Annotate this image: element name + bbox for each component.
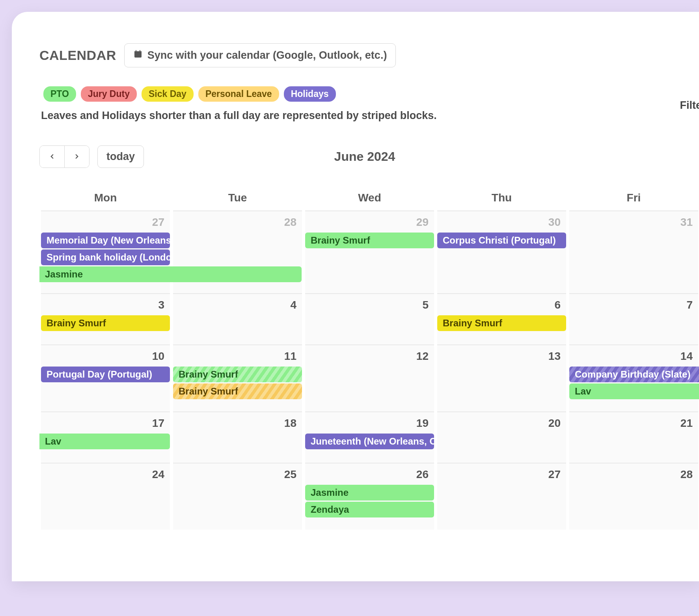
day-number: 3	[41, 297, 170, 314]
svg-rect-3	[140, 50, 140, 52]
svg-rect-2	[136, 50, 136, 52]
day-cell[interactable]: 13	[437, 344, 566, 411]
legend-note: Leaves and Holidays shorter than a full …	[39, 110, 699, 122]
day-header: Tue	[171, 188, 304, 210]
day-number: 30	[437, 214, 566, 231]
day-number: 4	[173, 297, 302, 314]
day-number: 19	[305, 415, 434, 432]
day-number: 13	[437, 348, 566, 365]
today-button[interactable]: today	[97, 145, 144, 168]
day-header: Wed	[304, 188, 436, 210]
event-personal-partial[interactable]: Brainy Smurf	[173, 383, 302, 399]
event-sick[interactable]: Brainy Smurf	[437, 315, 566, 331]
prev-month-button[interactable]	[40, 146, 65, 167]
day-number: 27	[41, 214, 170, 231]
day-cell[interactable]: 31	[569, 210, 698, 293]
event-holiday[interactable]: Spring bank holiday (London)	[41, 249, 170, 265]
day-number: 24	[41, 467, 170, 483]
event-pto[interactable]: Lav	[569, 383, 699, 399]
day-number: 27	[437, 467, 566, 483]
day-number: 28	[173, 214, 302, 231]
day-number: 17	[41, 415, 170, 432]
nav-group	[39, 145, 89, 168]
day-number: 18	[173, 415, 302, 432]
filter-label[interactable]: Filte	[680, 99, 699, 112]
day-cell[interactable]: 4	[173, 293, 302, 344]
event-holiday[interactable]: Portugal Day (Portugal)	[41, 367, 170, 382]
day-number: 20	[437, 415, 566, 432]
day-number: 12	[305, 348, 434, 365]
day-cell[interactable]: 20	[437, 411, 566, 463]
day-cell[interactable]: 5	[305, 293, 434, 344]
event-sick[interactable]: Brainy Smurf	[41, 315, 170, 331]
day-header: Mon	[39, 188, 171, 210]
chevron-right-icon	[73, 151, 80, 163]
day-cell[interactable]: 21	[569, 411, 698, 463]
page-title: CALENDAR	[39, 48, 116, 63]
legend-pto[interactable]: PTO	[43, 86, 76, 102]
day-number: 5	[305, 297, 434, 314]
day-cell[interactable]: 12	[305, 344, 434, 411]
day-cell[interactable]: 25	[173, 463, 302, 530]
day-number: 29	[305, 214, 434, 231]
day-number: 7	[569, 297, 698, 314]
day-cell[interactable]: 18	[173, 411, 302, 463]
day-number: 14	[569, 348, 698, 365]
day-header: Thu	[436, 188, 568, 210]
day-cell[interactable]: 29	[305, 210, 434, 293]
day-number: 26	[305, 467, 434, 483]
calendar-icon	[133, 49, 143, 61]
day-cell[interactable]: 27	[437, 463, 566, 530]
day-number: 21	[569, 415, 698, 432]
event-holiday[interactable]: Corpus Christi (Portugal)	[437, 233, 566, 248]
next-month-button[interactable]	[65, 146, 89, 167]
event-pto[interactable]: Zendaya	[305, 502, 434, 517]
day-header: Fri	[568, 188, 699, 210]
sync-calendar-button[interactable]: Sync with your calendar (Google, Outlook…	[124, 43, 396, 67]
event-holiday[interactable]: Memorial Day (New Orleans, C	[41, 233, 170, 248]
sync-label: Sync with your calendar (Google, Outlook…	[147, 49, 387, 61]
day-cell[interactable]: 7	[569, 293, 698, 344]
chevron-left-icon	[48, 151, 56, 163]
day-number: 10	[41, 348, 170, 365]
event-pto[interactable]: Jasmine	[305, 485, 434, 501]
legend-jury[interactable]: Jury Duty	[81, 86, 137, 102]
day-number: 28	[569, 467, 698, 483]
event-pto[interactable]: Jasmine	[39, 266, 302, 282]
day-cell[interactable]: 24	[41, 463, 170, 530]
event-pto[interactable]: Brainy Smurf	[305, 233, 434, 248]
legend-holiday[interactable]: Holidays	[284, 86, 336, 102]
event-holiday[interactable]: Juneteenth (New Orleans, Can	[305, 434, 434, 449]
event-pto-partial[interactable]: Brainy Smurf	[173, 367, 302, 382]
event-pto[interactable]: Lav	[39, 434, 170, 449]
legend-sick[interactable]: Sick Day	[142, 86, 194, 102]
day-number: 6	[437, 297, 566, 314]
day-number: 11	[173, 348, 302, 365]
legend-personal[interactable]: Personal Leave	[198, 86, 279, 102]
day-cell[interactable]: 28	[569, 463, 698, 530]
event-holiday-partial[interactable]: Company Birthday (Slate)	[569, 367, 699, 382]
day-cell[interactable]: 30	[437, 210, 566, 293]
day-number: 25	[173, 467, 302, 483]
day-number: 31	[569, 214, 698, 231]
svg-rect-1	[134, 51, 142, 53]
